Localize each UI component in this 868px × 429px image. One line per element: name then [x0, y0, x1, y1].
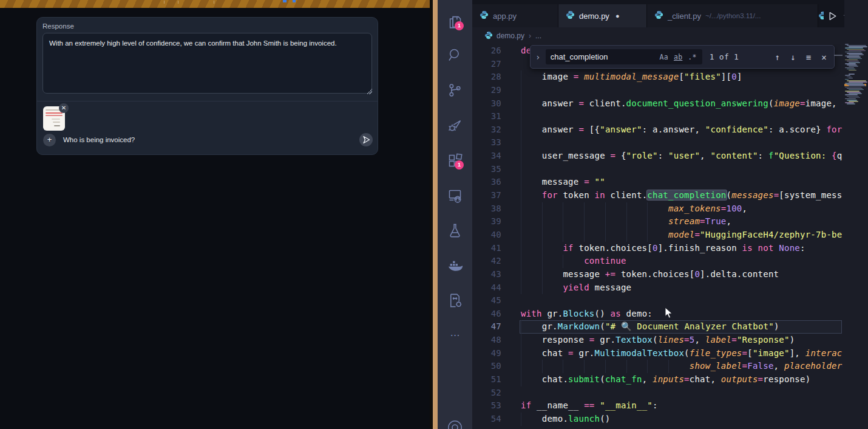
- code-area[interactable]: 26def chat_fn(multimodal_message):2728 i…: [472, 44, 843, 429]
- code-text: for token in client.chat_completion(mess…: [521, 189, 843, 202]
- find-previous-button[interactable]: ↑: [775, 52, 780, 62]
- test-beaker-icon[interactable]: [447, 222, 463, 239]
- python-file-icon: [818, 11, 824, 20]
- code-text: max_tokens=100,: [521, 202, 747, 216]
- line-number: 26: [472, 44, 501, 58]
- code-line-29: 29: [472, 84, 843, 97]
- line-number: 43: [472, 268, 501, 281]
- regex-toggle[interactable]: .*: [688, 53, 696, 61]
- code-line-48: 48 response = gr.Textbox(lines=5, label=…: [472, 334, 843, 347]
- textarea-resize-grip[interactable]: [367, 89, 372, 94]
- explorer-icon[interactable]: 1: [447, 13, 463, 30]
- breadcrumb-file[interactable]: demo.py: [497, 32, 524, 40]
- code-text: answer = client.document_question_answer…: [521, 97, 843, 111]
- browser-titlebar: [0, 0, 430, 8]
- code-line-42: 42 continue: [472, 255, 843, 268]
- whole-word-toggle[interactable]: ab: [674, 53, 682, 61]
- line-number: 30: [472, 97, 501, 111]
- python-file-icon: [480, 10, 489, 19]
- file-settings-icon[interactable]: [447, 292, 463, 309]
- code-line-52: 52: [472, 386, 843, 400]
- indent-guide: [521, 136, 521, 149]
- code-text: message = "": [521, 176, 605, 189]
- code-text: show_label=False, placeholder=: [521, 360, 843, 373]
- source-control-icon[interactable]: [447, 82, 463, 98]
- minimap[interactable]: [844, 0, 868, 429]
- minimap-line: [847, 96, 859, 97]
- find-widget-sash[interactable]: [834, 55, 843, 56]
- code-line-38: 38 max_tokens=100,: [472, 202, 843, 216]
- find-in-selection-button[interactable]: ≡: [806, 52, 812, 62]
- more-actions-icon[interactable]: ⋯: [447, 327, 463, 343]
- minimap-line: [845, 47, 863, 49]
- find-collapse-chevron-icon[interactable]: ›: [531, 52, 546, 62]
- line-number: 52: [472, 386, 501, 400]
- screenshot-stage: Response With an extremely high level of…: [0, 0, 868, 429]
- tab-demo-py[interactable]: demo.py●: [558, 4, 647, 27]
- search-icon[interactable]: [447, 47, 463, 63]
- tab-label: _client.py: [668, 12, 701, 21]
- code-line-45: 45: [472, 294, 843, 307]
- tab--client-py[interactable]: _client.py~/.../python3.11/...: [647, 4, 818, 27]
- remove-image-button[interactable]: ✕: [59, 103, 69, 113]
- account-icon[interactable]: [447, 419, 463, 429]
- minimap-line: [847, 77, 852, 78]
- extensions-icon[interactable]: 1: [447, 153, 463, 169]
- code-text: chat = gr.MultimodalTextbox(file_types=[…: [521, 347, 843, 360]
- add-attachment-button[interactable]: +: [43, 134, 56, 146]
- line-number: 54: [472, 413, 501, 426]
- activity-bar: 1 1: [438, 0, 472, 429]
- minimap-line: [845, 94, 858, 95]
- breadcrumb-chevron-icon: ›: [529, 32, 531, 40]
- code-text: demo.launch(): [521, 413, 611, 426]
- code-line-43: 43 message += token.choices[0].delta.con…: [472, 268, 843, 281]
- code-text: gr.Markdown("# 🔍 Document Analyzer Chatb…: [521, 320, 779, 334]
- code-line-49: 49 chat = gr.MultimodalTextbox(file_type…: [472, 347, 843, 360]
- find-input[interactable]: [546, 52, 642, 61]
- docker-icon[interactable]: [447, 258, 463, 274]
- indent-guide: [521, 84, 521, 97]
- remote-explorer-icon[interactable]: [447, 188, 463, 204]
- minimap-line: [847, 49, 864, 50]
- tab-modified-dot[interactable]: ●: [615, 12, 620, 19]
- find-close-button[interactable]: ✕: [821, 52, 827, 62]
- breadcrumb-more[interactable]: ...: [535, 32, 541, 40]
- run-python-file-button[interactable]: [827, 11, 838, 21]
- match-case-toggle[interactable]: Aa: [660, 53, 668, 61]
- code-line-37: 37 for token in client.chat_completion(m…: [472, 189, 843, 202]
- minimap-line: [849, 85, 866, 86]
- line-number: 53: [472, 399, 501, 413]
- send-button[interactable]: [359, 133, 373, 146]
- python-file-icon: [484, 31, 493, 39]
- line-number: 32: [472, 123, 501, 137]
- code-text: continue: [521, 255, 626, 268]
- thumb-art: [46, 115, 63, 116]
- code-text: message += token.choices[0].delta.conten…: [521, 268, 779, 281]
- line-number: 33: [472, 136, 501, 149]
- explorer-badge: 1: [455, 21, 464, 30]
- line-number: 29: [472, 84, 501, 97]
- run-debug-icon[interactable]: [447, 117, 463, 134]
- line-number: 40: [472, 228, 501, 242]
- code-line-36: 36 message = "": [472, 176, 843, 189]
- code-text: answer = [{"answer": a.answer, "confiden…: [521, 123, 843, 137]
- find-next-button[interactable]: ↓: [790, 52, 796, 62]
- thumb-art: [53, 122, 60, 123]
- line-number: 28: [472, 70, 501, 84]
- chat-input-text[interactable]: Who is being invoiced?: [63, 136, 135, 143]
- response-textarea[interactable]: With an extremely high level of confiden…: [42, 33, 372, 94]
- tab-app-py[interactable]: app.py: [472, 4, 558, 27]
- line-number: 46: [472, 307, 501, 321]
- minimap-line: [849, 58, 862, 60]
- titlebar-tick: [164, 1, 164, 4]
- code-line-31: 31: [472, 110, 843, 123]
- minimap-line: [849, 78, 853, 79]
- indent-guide: [521, 163, 521, 176]
- code-line-44: 44 yield message: [472, 281, 843, 295]
- code-line-40: 40 model="HuggingFaceH4/zephyr-7b-beta": [472, 228, 843, 242]
- minimap-line: [849, 70, 856, 71]
- panel-divider: [37, 101, 378, 101]
- line-number: 44: [472, 281, 501, 295]
- python-file-icon: [484, 31, 493, 41]
- code-text: stream=True,: [521, 215, 731, 228]
